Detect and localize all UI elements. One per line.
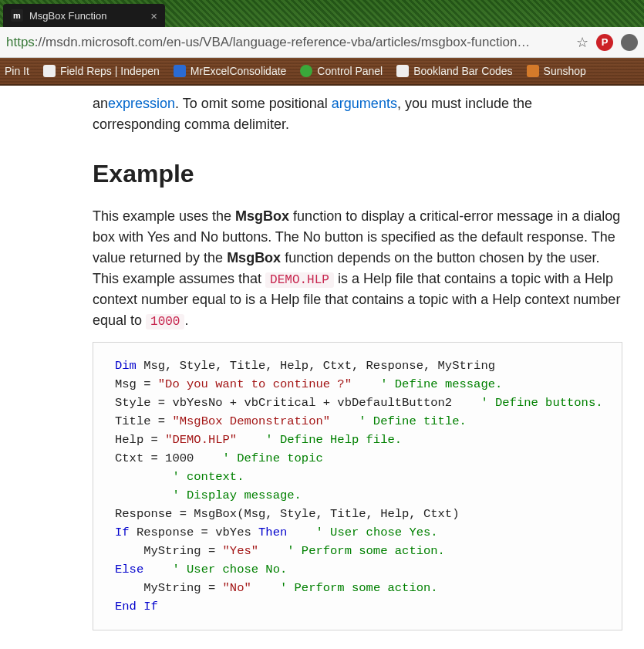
section-heading: Example [93,155,622,192]
bookmark-control-panel[interactable]: Control Panel [300,65,383,77]
bookmark-label: Sunshop [544,65,586,77]
close-icon[interactable]: × [150,9,157,22]
code-text: MyString = [115,581,223,595]
code-comment: ' Define title. [330,414,467,428]
code-comment: ' User chose No. [143,563,287,576]
code-block: Dim Msg, Style, Title, Help, Ctxt, Respo… [93,342,622,630]
address-bar: https://msdn.microsoft.com/en-us/VBA/lan… [0,27,644,58]
code-text: Title = [115,414,172,428]
intro-paragraph: anexpression. To omit some positional ar… [93,93,622,135]
bookmark-bookland[interactable]: Bookland Bar Codes [396,65,512,77]
code-string: "No" [223,581,251,595]
text: an [93,96,108,111]
page-favicon: m [11,9,23,22]
url-scheme: https [6,35,35,49]
code-comment: ' Define Help file. [237,433,402,447]
tab-title: MsgBox Function [29,10,144,22]
page-icon [300,65,312,77]
code-keyword: End If [115,600,158,614]
code-text: Msg, Style, Title, Help, Ctxt, Response,… [137,359,495,373]
url-display[interactable]: https://msdn.microsoft.com/en-us/VBA/lan… [6,35,568,50]
code-keyword: Else [115,563,143,576]
page-icon [396,65,409,77]
inline-code: DEMO.HLP [265,272,334,288]
inline-code: 1000 [146,314,184,330]
url-path: ://msdn.microsoft.com/en-us/VBA/language… [35,35,531,49]
page-icon [43,65,56,77]
code-comment: ' Perform some action. [258,544,445,558]
text: . To omit some positional [175,96,332,111]
link-expression[interactable]: expression [108,96,175,111]
code-text: Response = MsgBox(Msg, Style, Title, Hel… [115,507,459,521]
code-string: "MsgBox Demonstration" [172,414,330,428]
code-text: MyString = [115,544,223,558]
bookmark-mrexcel[interactable]: MrExcelConsolidate [174,65,287,77]
browser-tab-strip: m MsgBox Function × [0,0,644,27]
example-paragraph: This example uses the MsgBox function to… [93,206,622,331]
bookmarks-bar: Pin It Field Reps | Indepen MrExcelConso… [0,58,644,86]
bookmark-label: MrExcelConsolidate [191,65,287,77]
code-comment: ' context. [115,470,244,484]
code-keyword: Then [258,526,287,539]
bookmark-label: Pin It [5,65,29,77]
extension-icon[interactable] [621,34,638,51]
code-keyword: Dim [115,359,137,373]
code-text: Response = vbYes [130,526,258,539]
code-comment: ' Define topic [223,451,323,465]
code-comment: ' User chose Yes. [287,526,437,539]
page-content: anexpression. To omit some positional ar… [0,86,644,649]
code-keyword: If [115,526,130,539]
bold-text: MsgBox [235,208,289,224]
bookmark-pin-it[interactable]: Pin It [5,65,29,77]
bold-text: MsgBox [227,250,281,265]
code-comment: ' Define message. [352,377,502,391]
code-text: Ctxt = 1000 [115,451,223,465]
code-string: "Do you want to continue ?" [158,377,352,391]
page-icon [174,65,186,77]
code-string: "Yes" [223,544,259,558]
pinterest-icon[interactable]: P [596,34,613,51]
code-text: Help = [115,433,165,447]
bookmark-label: Bookland Bar Codes [413,65,512,77]
text: . [184,313,188,328]
link-arguments[interactable]: arguments [332,96,397,111]
code-text: Style = vbYesNo + vbCritical + vbDefault… [115,396,480,410]
bookmark-star-icon[interactable]: ☆ [576,34,588,51]
code-comment: ' Define buttons. [480,396,602,410]
bookmark-field-reps[interactable]: Field Reps | Indepen [43,65,160,77]
code-comment: ' Display message. [115,488,302,502]
bookmark-label: Field Reps | Indepen [60,65,160,77]
bookmark-label: Control Panel [317,65,383,77]
bookmark-sunshop[interactable]: Sunshop [527,65,586,77]
page-icon [527,65,539,77]
browser-tab[interactable]: m MsgBox Function × [3,4,165,27]
text: This example uses the [93,208,235,224]
code-comment: ' Perform some action. [251,581,438,595]
code-text: Msg = [115,377,158,391]
code-string: "DEMO.HLP" [165,433,237,447]
